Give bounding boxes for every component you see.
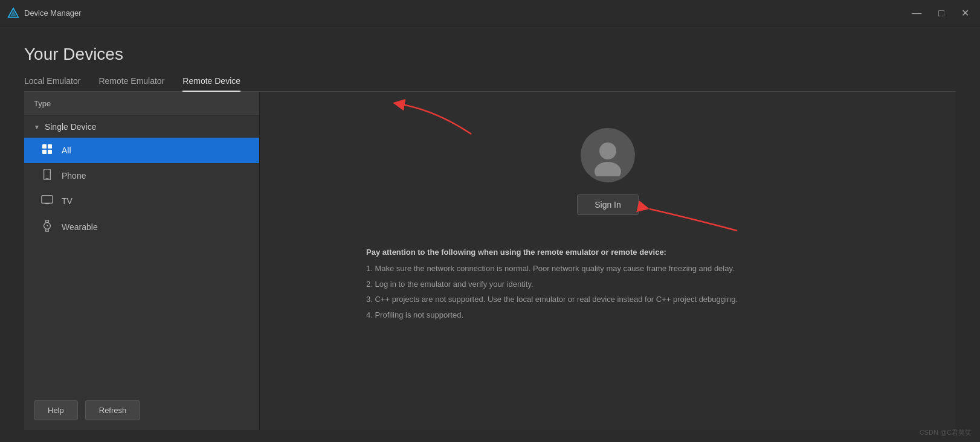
tab-local-emulator[interactable]: Local Emulator <box>24 76 80 92</box>
sidebar-item-wearable[interactable]: Wearable <box>24 214 259 240</box>
sidebar: Type ▼ Single Device All <box>24 92 260 430</box>
sidebar-type-header: Type <box>24 92 259 116</box>
grid-icon <box>41 144 53 157</box>
avatar-icon <box>587 134 629 176</box>
sidebar-section-single-device[interactable]: ▼ Single Device <box>24 116 259 138</box>
arrow-to-signin <box>643 200 740 237</box>
maximize-button[interactable]: □ <box>935 7 948 19</box>
close-button[interactable]: ✕ <box>958 7 973 19</box>
info-item-2: 2. Log in to the emulator and verify you… <box>366 278 849 290</box>
avatar-container <box>581 128 635 182</box>
tv-icon <box>41 194 53 208</box>
svg-point-21 <box>595 162 621 176</box>
sidebar-item-tv[interactable]: TV <box>24 188 259 214</box>
tab-remote-device[interactable]: Remote Device <box>182 76 240 92</box>
avatar <box>581 128 635 182</box>
info-item-1: 1. Make sure the network connection is n… <box>366 263 849 275</box>
app-title: Device Manager <box>24 8 82 18</box>
titlebar: Device Manager — □ ✕ <box>0 0 980 27</box>
main-content: Your Devices Local Emulator Remote Emula… <box>0 27 980 442</box>
svg-rect-6 <box>44 169 51 180</box>
info-item-4: 4. Profiling is not supported. <box>366 309 849 321</box>
signin-container: Sign In <box>577 194 639 233</box>
sidebar-item-phone[interactable]: Phone <box>24 163 259 188</box>
sidebar-item-phone-label: Phone <box>62 171 86 181</box>
watch-icon <box>41 220 53 234</box>
info-section: Pay attention to the following when usin… <box>366 248 849 324</box>
arrow-to-tab <box>363 92 483 140</box>
svg-rect-8 <box>42 196 53 203</box>
sidebar-item-all-label: All <box>62 146 71 155</box>
sidebar-item-wearable-label: Wearable <box>62 222 98 232</box>
svg-rect-7 <box>45 178 48 179</box>
svg-rect-2 <box>42 144 47 149</box>
main-panel: Sign In Pay attention to the following w… <box>260 92 956 430</box>
tab-bar: Local Emulator Remote Emulator Remote De… <box>24 76 956 92</box>
sidebar-item-all[interactable]: All <box>24 138 259 163</box>
titlebar-controls: — □ ✕ <box>908 7 973 19</box>
app-logo <box>7 7 19 19</box>
tab-remote-emulator[interactable]: Remote Emulator <box>98 76 164 92</box>
minimize-button[interactable]: — <box>908 7 925 19</box>
help-button[interactable]: Help <box>34 400 78 420</box>
watermark: CSDN @C君莫笑 <box>920 428 972 437</box>
content-area: Type ▼ Single Device All <box>24 92 956 430</box>
chevron-down-icon: ▼ <box>34 124 40 130</box>
phone-icon <box>41 169 53 182</box>
svg-rect-4 <box>42 150 47 154</box>
svg-rect-5 <box>48 150 52 154</box>
titlebar-left: Device Manager <box>7 7 82 19</box>
sidebar-footer: Help Refresh <box>24 391 259 430</box>
signin-button[interactable]: Sign In <box>577 194 639 215</box>
svg-point-20 <box>599 143 616 159</box>
svg-rect-3 <box>48 144 52 149</box>
sidebar-item-tv-label: TV <box>62 196 73 206</box>
page-title: Your Devices <box>24 45 956 64</box>
info-header: Pay attention to the following when usin… <box>366 248 849 257</box>
sidebar-section-label: Single Device <box>45 122 97 132</box>
refresh-button[interactable]: Refresh <box>85 400 141 420</box>
info-item-3: 3. C++ projects are not supported. Use t… <box>366 293 849 306</box>
